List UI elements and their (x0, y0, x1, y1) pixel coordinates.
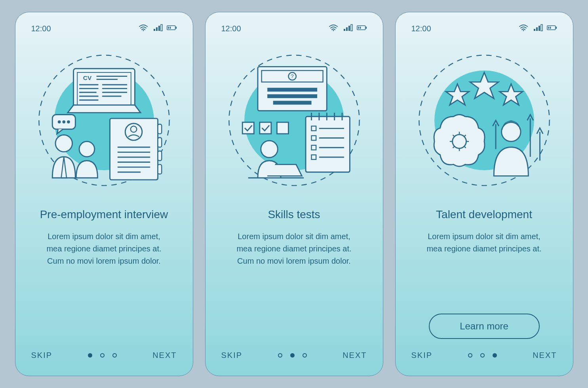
signal-icon (343, 24, 353, 33)
svg-point-104 (501, 122, 520, 141)
skip-button[interactable]: SKIP (31, 351, 53, 360)
svg-rect-7 (169, 27, 171, 29)
svg-rect-59 (267, 88, 317, 92)
onboarding-screen-2: 12:00 ? (205, 12, 383, 376)
svg-rect-45 (344, 29, 345, 31)
svg-rect-63 (259, 122, 271, 134)
page-indicator (278, 353, 307, 358)
svg-rect-52 (365, 27, 367, 29)
svg-rect-50 (358, 27, 359, 29)
status-icons (518, 24, 557, 33)
dot-1[interactable] (468, 353, 472, 358)
svg-rect-48 (351, 25, 352, 31)
next-button[interactable]: NEXT (152, 351, 177, 360)
svg-rect-83 (536, 27, 538, 31)
wifi-icon (518, 24, 529, 33)
status-time: 12:00 (221, 24, 241, 33)
svg-rect-88 (550, 27, 551, 29)
svg-point-44 (333, 30, 334, 31)
svg-point-38 (55, 135, 72, 152)
status-icons (138, 24, 177, 33)
next-button[interactable]: NEXT (533, 351, 557, 360)
svg-rect-35 (158, 138, 162, 147)
learn-more-button[interactable]: Learn more (429, 314, 540, 339)
svg-rect-87 (548, 27, 549, 29)
svg-text:CV: CV (83, 74, 91, 81)
svg-rect-3 (158, 26, 160, 31)
svg-point-43 (67, 120, 70, 124)
svg-rect-84 (539, 26, 540, 31)
page-indicator (468, 353, 497, 358)
screen-title: Pre-employment interview (31, 207, 177, 222)
footer-nav: SKIP NEXT (411, 339, 557, 360)
skip-button[interactable]: SKIP (221, 351, 243, 360)
dot-2[interactable] (290, 353, 295, 358)
dot-3[interactable] (112, 353, 117, 358)
status-bar: 12:00 (31, 24, 177, 33)
svg-point-0 (143, 30, 144, 31)
wifi-icon (138, 24, 148, 33)
svg-rect-51 (360, 27, 361, 29)
svg-rect-46 (346, 27, 348, 31)
svg-point-42 (62, 120, 65, 124)
svg-rect-1 (154, 29, 155, 31)
svg-rect-82 (534, 29, 535, 31)
screen-description: Lorem ipsum dolor sit dim amet, mea regi… (31, 230, 177, 339)
signal-icon (152, 24, 163, 33)
screen-title: Skills tests (221, 207, 367, 222)
skip-button[interactable]: SKIP (411, 351, 433, 360)
footer-nav: SKIP NEXT (31, 339, 177, 360)
battery-icon (357, 24, 367, 33)
dot-3[interactable] (303, 353, 307, 358)
svg-rect-8 (175, 27, 177, 29)
screen-title: Talent development (411, 207, 557, 222)
svg-rect-89 (556, 27, 557, 29)
svg-rect-34 (158, 124, 162, 134)
dot-1[interactable] (278, 353, 282, 358)
status-bar: 12:00 (411, 24, 557, 33)
status-time: 12:00 (411, 24, 431, 33)
footer-nav: SKIP NEXT (221, 339, 367, 360)
illustration-interview: CV (31, 45, 177, 196)
screen-description: Lorem ipsum dolor sit dim amet, mea regi… (411, 230, 557, 304)
status-time: 12:00 (31, 24, 51, 33)
svg-rect-4 (161, 25, 162, 31)
onboarding-screen-3: 12:00 (395, 12, 573, 376)
battery-icon (547, 24, 557, 33)
wifi-icon (328, 24, 339, 33)
svg-point-79 (261, 141, 278, 158)
next-button[interactable]: NEXT (343, 351, 367, 360)
svg-text:?: ? (291, 73, 294, 79)
svg-rect-47 (348, 26, 350, 31)
svg-rect-25 (110, 118, 158, 180)
page-indicator (88, 353, 117, 358)
dot-2[interactable] (480, 353, 485, 358)
svg-rect-61 (273, 101, 311, 105)
svg-rect-64 (277, 122, 288, 134)
signal-icon (533, 24, 543, 33)
status-bar: 12:00 (221, 24, 367, 33)
svg-rect-37 (158, 164, 162, 174)
svg-rect-62 (242, 122, 254, 134)
screen-description: Lorem ipsum dolor sit dim amet, mea regi… (221, 230, 367, 339)
battery-icon (167, 24, 177, 33)
dot-2[interactable] (100, 353, 105, 358)
illustration-skills: ? (221, 45, 367, 196)
svg-rect-85 (541, 25, 542, 31)
status-icons (328, 24, 367, 33)
svg-rect-65 (306, 116, 350, 172)
svg-rect-6 (168, 27, 169, 29)
dot-1[interactable] (88, 353, 92, 358)
svg-rect-60 (267, 94, 317, 98)
svg-point-81 (523, 30, 524, 31)
onboarding-screen-1: 12:00 CV (15, 12, 193, 376)
svg-point-41 (57, 120, 61, 124)
illustration-talent (411, 45, 557, 196)
svg-point-39 (79, 141, 95, 157)
svg-rect-2 (156, 27, 158, 31)
svg-rect-36 (158, 151, 162, 160)
dot-3[interactable] (493, 353, 497, 358)
